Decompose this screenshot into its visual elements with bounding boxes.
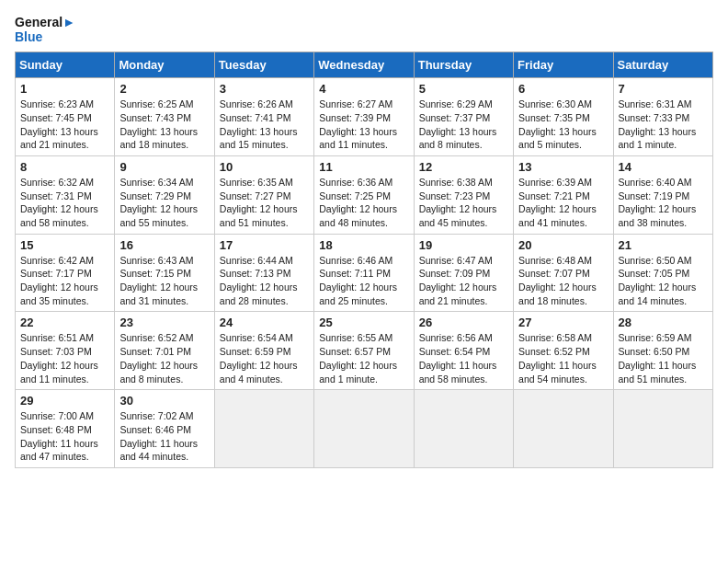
- table-row: 5Sunrise: 6:29 AMSunset: 7:37 PMDaylight…: [414, 78, 513, 156]
- table-row: 22Sunrise: 6:51 AMSunset: 7:03 PMDayligh…: [16, 312, 115, 390]
- calendar-table: SundayMondayTuesdayWednesdayThursdayFrid…: [15, 52, 713, 468]
- table-row: 8Sunrise: 6:32 AMSunset: 7:31 PMDaylight…: [16, 155, 115, 234]
- table-row: 6Sunrise: 6:30 AMSunset: 7:35 PMDaylight…: [514, 78, 613, 156]
- table-row: 10Sunrise: 6:35 AMSunset: 7:27 PMDayligh…: [214, 155, 313, 234]
- table-row: 20Sunrise: 6:48 AMSunset: 7:07 PMDayligh…: [514, 234, 613, 312]
- table-row: 19Sunrise: 6:47 AMSunset: 7:09 PMDayligh…: [414, 234, 513, 312]
- table-row: 11Sunrise: 6:36 AMSunset: 7:25 PMDayligh…: [314, 155, 414, 234]
- table-row: [613, 390, 712, 468]
- table-row: 12Sunrise: 6:38 AMSunset: 7:23 PMDayligh…: [414, 155, 513, 234]
- logo: General► Blue: [15, 15, 75, 44]
- table-row: 25Sunrise: 6:55 AMSunset: 6:57 PMDayligh…: [314, 312, 414, 390]
- table-row: 16Sunrise: 6:43 AMSunset: 7:15 PMDayligh…: [115, 234, 214, 312]
- table-row: 7Sunrise: 6:31 AMSunset: 7:33 PMDaylight…: [613, 78, 712, 156]
- table-row: [314, 390, 414, 468]
- table-row: 14Sunrise: 6:40 AMSunset: 7:19 PMDayligh…: [613, 155, 712, 234]
- table-row: 15Sunrise: 6:42 AMSunset: 7:17 PMDayligh…: [16, 234, 115, 312]
- page-header: General► Blue: [15, 15, 713, 44]
- table-row: 1Sunrise: 6:23 AMSunset: 7:45 PMDaylight…: [16, 78, 115, 156]
- col-header-monday: Monday: [115, 52, 214, 78]
- table-row: 21Sunrise: 6:50 AMSunset: 7:05 PMDayligh…: [613, 234, 712, 312]
- table-row: 29Sunrise: 7:00 AMSunset: 6:48 PMDayligh…: [16, 390, 115, 468]
- col-header-wednesday: Wednesday: [314, 52, 414, 78]
- table-row: [514, 390, 613, 468]
- table-row: 2Sunrise: 6:25 AMSunset: 7:43 PMDaylight…: [115, 78, 214, 156]
- table-row: 18Sunrise: 6:46 AMSunset: 7:11 PMDayligh…: [314, 234, 414, 312]
- logo-text: General► Blue: [15, 15, 75, 44]
- table-row: 9Sunrise: 6:34 AMSunset: 7:29 PMDaylight…: [115, 155, 214, 234]
- col-header-friday: Friday: [514, 52, 613, 78]
- table-row: 27Sunrise: 6:58 AMSunset: 6:52 PMDayligh…: [514, 312, 613, 390]
- table-row: 23Sunrise: 6:52 AMSunset: 7:01 PMDayligh…: [115, 312, 214, 390]
- table-row: 13Sunrise: 6:39 AMSunset: 7:21 PMDayligh…: [514, 155, 613, 234]
- col-header-sunday: Sunday: [16, 52, 115, 78]
- table-row: [214, 390, 313, 468]
- table-row: 30Sunrise: 7:02 AMSunset: 6:46 PMDayligh…: [115, 390, 214, 468]
- table-row: 17Sunrise: 6:44 AMSunset: 7:13 PMDayligh…: [214, 234, 313, 312]
- table-row: 26Sunrise: 6:56 AMSunset: 6:54 PMDayligh…: [414, 312, 513, 390]
- table-row: [414, 390, 513, 468]
- table-row: 4Sunrise: 6:27 AMSunset: 7:39 PMDaylight…: [314, 78, 414, 156]
- col-header-tuesday: Tuesday: [214, 52, 313, 78]
- col-header-thursday: Thursday: [414, 52, 513, 78]
- table-row: 28Sunrise: 6:59 AMSunset: 6:50 PMDayligh…: [613, 312, 712, 390]
- table-row: 24Sunrise: 6:54 AMSunset: 6:59 PMDayligh…: [214, 312, 313, 390]
- col-header-saturday: Saturday: [613, 52, 712, 78]
- table-row: 3Sunrise: 6:26 AMSunset: 7:41 PMDaylight…: [214, 78, 313, 156]
